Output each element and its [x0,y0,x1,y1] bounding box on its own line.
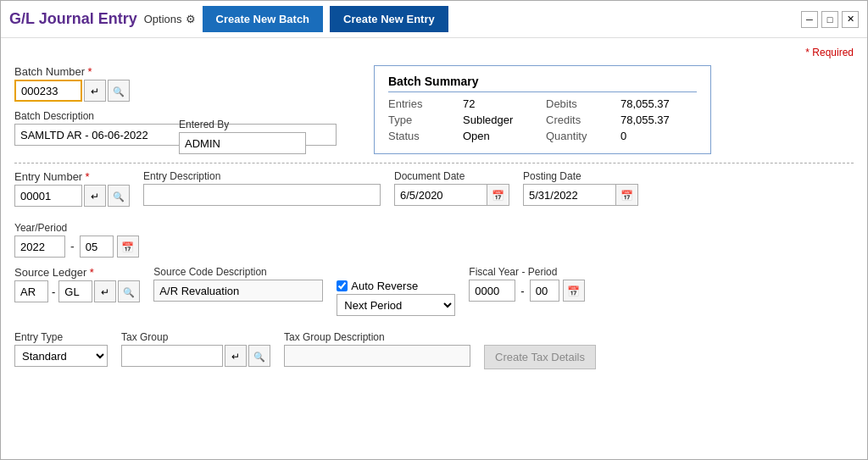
auto-reverse-row: Auto Reverse [337,280,455,292]
source-ledger-label: Source Ledger * [14,266,140,279]
auto-reverse-label: Auto Reverse [351,280,418,292]
search-icon-2 [113,190,125,202]
year-period-input-row: - [14,236,854,258]
quantity-label: Quantity [546,130,614,142]
entry-number-label: Entry Number * [14,170,130,183]
period-separator: - [69,240,76,253]
fiscal-year-input[interactable] [469,280,515,302]
batch-number-search-button[interactable] [108,80,130,102]
batch-number-input[interactable] [14,80,82,102]
entry-number-enter-button[interactable] [84,185,106,207]
source-ledger-group: Source Ledger * - [14,266,140,302]
posting-date-calendar-button[interactable] [616,184,638,206]
document-date-input[interactable] [394,184,487,206]
status-value: Open [463,130,539,142]
title-bar: G/L Journal Entry Options Create New Bat… [1,1,867,38]
toolbar: Options Create New Batch Create New Entr… [144,6,448,32]
page-title: G/L Journal Entry [9,10,137,28]
enter-icon-2 [91,190,99,202]
create-tax-details-button: Create Tax Details [484,345,596,369]
next-period-select[interactable]: Next Period [337,294,455,316]
entry-desc-group: Entry Description [143,170,381,206]
search-icon-4 [253,350,265,363]
posting-date-input[interactable] [523,184,616,206]
entries-label: Entries [388,97,456,110]
document-date-label: Document Date [394,170,509,182]
entered-by-group: Entered By [179,119,306,154]
calendar-icon-2 [620,189,633,202]
maximize-button[interactable]: □ [821,11,838,28]
credits-label: Credits [546,114,614,126]
close-button[interactable]: ✕ [842,11,859,28]
calendar-icon-3 [121,241,134,253]
tax-group-search-button[interactable] [248,345,270,367]
year-input[interactable] [14,236,65,258]
type-value: Subledger [463,114,539,126]
required-note: * Required [14,47,854,58]
tax-group-enter-button[interactable] [225,345,247,367]
tax-group-desc-group: Tax Group Description [284,331,470,367]
calendar-icon-4 [567,285,580,297]
tax-group-desc-label: Tax Group Description [284,331,470,343]
minimize-button[interactable]: ─ [801,11,818,28]
title-bar-left: G/L Journal Entry Options Create New Bat… [9,6,448,32]
posting-date-label: Posting Date [523,170,638,182]
create-new-entry-button[interactable]: Create New Entry [330,6,448,32]
source-code-desc-group: Source Code Description [153,266,323,302]
fiscal-period-input[interactable] [530,280,559,302]
batch-section: Batch Number * Entered By Ba [14,65,854,154]
year-period-calendar-button[interactable] [117,236,139,258]
auto-reverse-checkbox[interactable] [337,280,348,291]
status-label: Status [388,130,456,142]
entered-by-label: Entered By [179,119,306,130]
calendar-icon-1 [492,189,504,202]
entry-type-group: Entry Type Standard [14,331,108,367]
entry-desc-input[interactable] [143,184,381,206]
fiscal-year-input-row: - [469,280,584,302]
fiscal-calendar-button[interactable] [563,280,585,302]
batch-number-label: Batch Number * [14,65,337,78]
tax-group-input[interactable] [121,345,223,367]
gear-icon [186,13,196,25]
entry-number-group: Entry Number * [14,170,130,207]
year-period-label: Year/Period [14,222,854,234]
source-ledger-input-row: - [14,280,140,302]
entry-number-search-button[interactable] [108,185,130,207]
entry-type-row: Entry Type Standard Tax Group Tax Gro [14,331,854,378]
batch-number-group: Batch Number * [14,65,337,102]
fiscal-year-label: Fiscal Year - Period [469,266,584,278]
create-new-batch-button[interactable]: Create New Batch [203,6,324,32]
document-date-calendar-button[interactable] [487,184,509,206]
options-button[interactable]: Options [144,13,196,25]
create-tax-details-group: Create Tax Details [484,331,596,369]
batch-left-fields: Batch Number * Entered By Ba [14,65,337,154]
search-icon [113,85,125,97]
main-window: G/L Journal Entry Options Create New Bat… [0,0,868,460]
year-period-group: Year/Period - [14,222,854,258]
batch-number-input-row [14,80,337,102]
batch-number-enter-button[interactable] [84,80,106,102]
period-input[interactable] [80,236,114,258]
source-ledger-enter-button[interactable] [94,280,116,302]
source-code-desc-input [153,280,323,302]
posting-date-input-row [523,184,638,206]
entries-value: 72 [463,97,539,110]
entered-by-input [179,132,306,154]
window-controls: ─ □ ✕ [801,11,859,28]
source-ledger-input1[interactable] [14,280,48,302]
entry-desc-label: Entry Description [143,170,381,182]
entry-number-input[interactable] [14,185,82,207]
tax-group-group: Tax Group [121,331,270,367]
entry-type-select[interactable]: Standard [14,345,108,367]
type-label: Type [388,114,456,126]
batch-summary: Batch Summary Entries 72 Debits 78,055.3… [374,65,711,154]
search-icon-3 [123,285,135,298]
credits-value: 78,055.37 [620,114,697,126]
source-ledger-input2[interactable] [58,280,92,302]
enter-icon-3 [101,285,109,298]
debits-value: 78,055.37 [620,97,697,110]
source-ledger-row: Source Ledger * - Source Code Descriptio… [14,266,854,324]
next-period-row: Next Period [337,294,455,316]
source-ledger-search-button[interactable] [118,280,140,302]
entry-type-label: Entry Type [14,331,108,343]
